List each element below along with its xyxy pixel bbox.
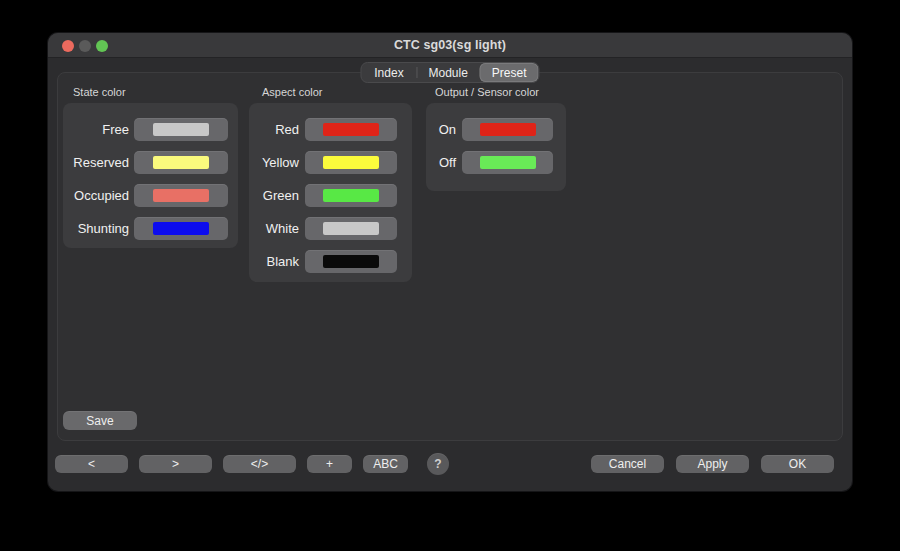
tab-index[interactable]: Index — [361, 63, 416, 82]
output-sensor-color-group-label: Output / Sensor color — [435, 86, 539, 98]
green-color-well[interactable] — [305, 184, 397, 207]
reserved-color-well[interactable] — [134, 151, 228, 174]
color-row-green: Green — [249, 184, 412, 207]
color-swatch — [153, 123, 209, 136]
color-row-label: Shunting — [63, 221, 129, 236]
off-color-well[interactable] — [462, 151, 553, 174]
color-row-label: Yellow — [249, 155, 299, 170]
color-row-label: On — [426, 122, 456, 137]
apply-button[interactable]: Apply — [676, 455, 749, 473]
color-row-on: On — [426, 118, 566, 141]
aspect-color-group: Red Yellow Green White — [249, 103, 412, 282]
color-row-red: Red — [249, 118, 412, 141]
free-color-well[interactable] — [134, 118, 228, 141]
question-mark-icon: ? — [434, 457, 441, 471]
next-button[interactable]: > — [139, 455, 212, 473]
tab-module[interactable]: Module — [416, 63, 479, 82]
color-row-label: Green — [249, 188, 299, 203]
occupied-color-well[interactable] — [134, 184, 228, 207]
color-swatch — [153, 222, 209, 235]
output-sensor-color-group: On Off — [426, 103, 566, 191]
color-row-white: White — [249, 217, 412, 240]
color-row-occupied: Occupied — [63, 184, 238, 207]
bottom-bar: < > </> + ABC ? Cancel Apply OK — [48, 441, 852, 491]
save-button[interactable]: Save — [63, 411, 137, 430]
color-swatch — [323, 156, 379, 169]
color-row-free: Free — [63, 118, 238, 141]
color-row-label: Free — [63, 122, 129, 137]
color-swatch — [480, 156, 536, 169]
color-row-label: Occupied — [63, 188, 129, 203]
tab-bar: Index Module Preset — [360, 62, 539, 83]
color-swatch — [323, 255, 379, 268]
window-title: CTC sg03(sg light) — [394, 38, 506, 52]
title-bar: CTC sg03(sg light) — [48, 33, 852, 58]
color-swatch — [323, 123, 379, 136]
minimize-button[interactable] — [79, 40, 91, 52]
prev-button[interactable]: < — [55, 455, 128, 473]
color-row-label: Reserved — [63, 155, 129, 170]
color-swatch — [153, 156, 209, 169]
color-row-yellow: Yellow — [249, 151, 412, 174]
color-swatch — [323, 222, 379, 235]
preset-panel: State color Aspect color Output / Sensor… — [57, 72, 843, 441]
color-row-label: White — [249, 221, 299, 236]
bottom-bar-left: < > </> + ABC — [55, 455, 408, 473]
yellow-color-well[interactable] — [305, 151, 397, 174]
bottom-bar-right: Cancel Apply OK — [591, 455, 834, 473]
add-button[interactable]: + — [307, 455, 352, 473]
zoom-button[interactable] — [96, 40, 108, 52]
aspect-color-group-label: Aspect color — [262, 86, 323, 98]
white-color-well[interactable] — [305, 217, 397, 240]
color-row-blank: Blank — [249, 250, 412, 273]
state-color-group-label: State color — [73, 86, 126, 98]
dialog-window: CTC sg03(sg light) Index Module Preset S… — [48, 33, 852, 491]
cancel-button[interactable]: Cancel — [591, 455, 664, 473]
color-swatch — [153, 189, 209, 202]
shunting-color-well[interactable] — [134, 217, 228, 240]
window-controls — [62, 40, 108, 52]
color-row-label: Off — [426, 155, 456, 170]
abc-button[interactable]: ABC — [363, 455, 408, 473]
blank-color-well[interactable] — [305, 250, 397, 273]
color-row-label: Blank — [249, 254, 299, 269]
color-row-reserved: Reserved — [63, 151, 238, 174]
on-color-well[interactable] — [462, 118, 553, 141]
state-color-group: Free Reserved Occupied Shunting — [63, 103, 238, 248]
color-row-shunting: Shunting — [63, 217, 238, 240]
tab-preset[interactable]: Preset — [480, 63, 539, 82]
code-button[interactable]: </> — [223, 455, 296, 473]
color-row-label: Red — [249, 122, 299, 137]
color-row-off: Off — [426, 151, 566, 174]
color-swatch — [480, 123, 536, 136]
help-button[interactable]: ? — [427, 453, 449, 475]
close-button[interactable] — [62, 40, 74, 52]
desktop-background: { "window": { "title": "CTC sg03(sg ligh… — [0, 0, 900, 551]
red-color-well[interactable] — [305, 118, 397, 141]
ok-button[interactable]: OK — [761, 455, 834, 473]
color-swatch — [323, 189, 379, 202]
